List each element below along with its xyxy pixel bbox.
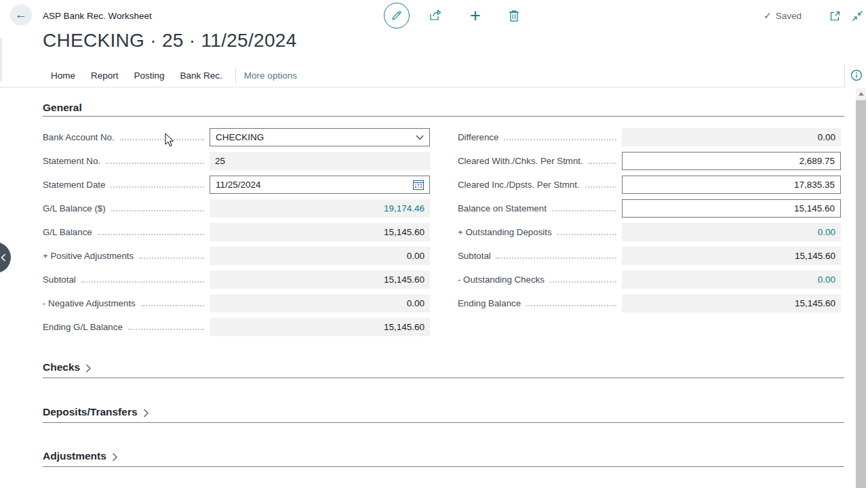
- dotted-leader: [585, 186, 616, 188]
- open-in-window-button[interactable]: [828, 9, 842, 22]
- outstanding-deposits-link[interactable]: 0.00: [818, 227, 835, 237]
- statement-no-readonly-field: 25: [210, 152, 430, 170]
- field-value: 17,835.35: [794, 180, 835, 190]
- new-button[interactable]: +: [467, 4, 484, 27]
- outstanding-deposits-readonly-field: 0.00: [622, 223, 841, 241]
- more-options-button[interactable]: More options: [244, 70, 297, 81]
- field-label: - Negative Adjustments: [43, 298, 136, 308]
- menu-item-home[interactable]: Home: [51, 70, 75, 81]
- dotted-leader: [552, 209, 616, 211]
- field-label: Ending Balance: [458, 298, 521, 308]
- field-label: Difference: [458, 132, 498, 142]
- scrollbar-up-button[interactable]: [856, 88, 866, 100]
- cleared-inc-dpsts-per-stmnt-input[interactable]: 17,835.35: [622, 176, 841, 194]
- field-row-cleared-with-chks-per-stmnt: Cleared With./Chks. Per Stmnt.2,689.75: [458, 152, 841, 170]
- menu-item-report[interactable]: Report: [91, 70, 119, 81]
- field-value: 15,145.60: [384, 322, 425, 332]
- menu-item-posting[interactable]: Posting: [134, 70, 165, 81]
- field-row-g-l-balance: G/L Balance15,145.60: [43, 223, 430, 241]
- field-row-cleared-inc-dpsts-per-stmnt: Cleared Inc./Dpsts. Per Stmnt.17,835.35: [458, 176, 841, 194]
- open-in-window-icon: [829, 9, 842, 22]
- dotted-leader: [557, 233, 616, 235]
- general-section-header[interactable]: General: [43, 99, 844, 117]
- section-title: Deposits/Transfers: [43, 406, 138, 418]
- section-header-deposits-transfers[interactable]: Deposits/Transfers: [43, 402, 844, 423]
- field-label: Ending G/L Balance: [43, 322, 123, 332]
- info-icon: [850, 69, 863, 81]
- back-button[interactable]: ←: [10, 4, 32, 26]
- check-icon: ✓: [764, 10, 772, 21]
- statement-date-input[interactable]: 11/25/2024: [210, 176, 430, 194]
- field-row-balance-on-statement: Balance on Statement15,145.60: [458, 199, 841, 218]
- general-section-title: General: [43, 102, 82, 114]
- ending-g-l-balance-readonly-field: 15,145.60: [210, 318, 430, 336]
- dotted-leader: [139, 257, 204, 259]
- field-label: + Positive Adjustments: [43, 251, 134, 261]
- share-button[interactable]: [427, 8, 443, 23]
- field-label: Statement No.: [43, 156, 100, 166]
- dotted-leader: [526, 304, 616, 306]
- menu-right-divider: [844, 64, 845, 87]
- plus-icon: +: [470, 7, 481, 25]
- dotted-leader: [128, 328, 204, 330]
- app-title: ASP Bank Rec. Worksheet: [43, 0, 152, 31]
- field-row-outstanding-checks: - Outstanding Checks0.00: [458, 270, 841, 289]
- difference-readonly-field: 0.00: [622, 128, 841, 146]
- field-row-positive-adjustments: + Positive Adjustments0.00: [43, 247, 430, 265]
- field-label: Cleared Inc./Dpsts. Per Stmnt.: [458, 180, 580, 190]
- field-row-subtotal: Subtotal15,145.60: [43, 270, 430, 289]
- field-label: G/L Balance ($): [43, 203, 106, 214]
- field-value: 15,145.60: [384, 274, 425, 285]
- field-value: 15,145.60: [384, 227, 425, 237]
- back-arrow-icon: ←: [16, 9, 27, 20]
- scrollbar-thumb[interactable]: [856, 100, 866, 488]
- chevron-down-icon[interactable]: [416, 135, 424, 140]
- share-icon: [428, 9, 443, 22]
- g-l-balance-link[interactable]: 19,174.46: [384, 203, 425, 214]
- dotted-leader: [111, 186, 204, 188]
- field-value: 15,145.60: [794, 203, 835, 214]
- calendar-icon[interactable]: [413, 180, 424, 190]
- dotted-leader: [550, 281, 616, 283]
- dotted-leader: [141, 304, 204, 306]
- dotted-leader: [106, 162, 204, 164]
- field-row-g-l-balance: G/L Balance ($)19,174.46: [43, 199, 430, 218]
- balance-on-statement-input[interactable]: 15,145.60: [622, 199, 841, 218]
- field-row-subtotal: Subtotal15,145.60: [458, 247, 841, 265]
- info-button[interactable]: [850, 69, 863, 81]
- field-row-outstanding-deposits: + Outstanding Deposits0.00: [458, 223, 841, 241]
- chevron-right-icon: [85, 364, 92, 373]
- field-label: G/L Balance: [43, 227, 92, 237]
- section-header-checks[interactable]: Checks: [43, 357, 844, 378]
- field-row-ending-g-l-balance: Ending G/L Balance15,145.60: [43, 318, 430, 336]
- dotted-leader: [111, 209, 204, 211]
- ending-balance-readonly-field: 15,145.60: [622, 294, 841, 312]
- edit-button[interactable]: [384, 3, 410, 28]
- field-row-statement-date: Statement Date11/25/2024: [43, 176, 430, 194]
- bank-account-no-combobox[interactable]: CHECKING: [210, 128, 430, 146]
- negative-adjustments-readonly-field: 0.00: [210, 294, 430, 312]
- positive-adjustments-readonly-field: 0.00: [210, 247, 430, 265]
- vertical-scrollbar[interactable]: [856, 88, 866, 488]
- section-title: Adjustments: [43, 450, 106, 462]
- cleared-with-chks-per-stmnt-input[interactable]: 2,689.75: [622, 152, 841, 170]
- field-value: 15,145.60: [795, 298, 835, 308]
- outstanding-checks-link[interactable]: 0.00: [818, 274, 835, 285]
- dotted-leader: [98, 233, 204, 235]
- field-label: + Outstanding Deposits: [458, 227, 552, 237]
- delete-button[interactable]: [507, 8, 521, 23]
- save-status-label: Saved: [776, 11, 802, 21]
- collapse-arrows-icon: [851, 9, 864, 22]
- save-status: ✓ Saved: [764, 0, 802, 31]
- menu-item-bank-rec[interactable]: Bank Rec.: [180, 70, 222, 81]
- field-label: Statement Date: [43, 180, 105, 190]
- dotted-leader: [81, 281, 204, 283]
- field-value: 25: [215, 156, 225, 166]
- action-menu-items: HomeReportPostingBank Rec.: [51, 70, 222, 81]
- scroll-up-arrow-icon: [859, 92, 864, 96]
- section-header-adjustments[interactable]: Adjustments: [43, 446, 844, 467]
- chevron-right-icon: [112, 453, 118, 462]
- field-label: Bank Account No.: [43, 132, 115, 142]
- expand-pane-button[interactable]: [0, 242, 11, 273]
- collapse-button[interactable]: [850, 9, 864, 22]
